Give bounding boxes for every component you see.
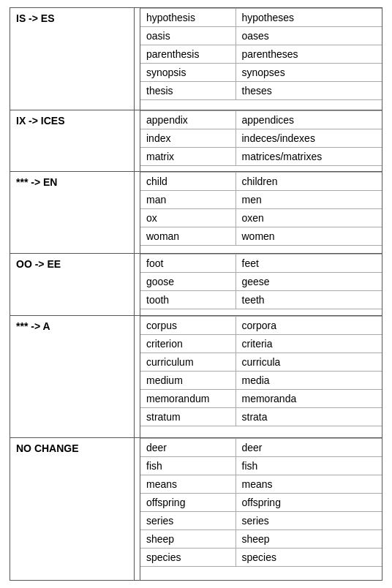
plural-oo-to-ee-0: feet [235, 255, 382, 273]
plural-oo-to-ee-2: teeth [235, 291, 382, 309]
singular-star-to-a-3: medium [140, 372, 235, 390]
plural-star-to-en-0: children [235, 173, 382, 191]
plural-star-to-a-5: strata [235, 408, 382, 426]
plural-ix-to-ices-0: appendices [235, 110, 382, 129]
category-label-star-to-a: *** -> A [10, 316, 135, 438]
singular-star-to-a-5: stratum [140, 408, 235, 426]
singular-is-to-es-0: hypothesis [140, 9, 235, 27]
divider-no-change [135, 438, 140, 581]
singular-is-to-es-2: parenthesis [140, 45, 235, 64]
singular-is-to-es-1: oasis [140, 27, 235, 45]
divider-ix-to-ices [135, 110, 140, 172]
plural-no-change-6: species [235, 549, 382, 567]
singular-star-to-en-2: ox [140, 209, 235, 227]
singular-no-change-6: species [140, 549, 235, 567]
plural-no-change-0: deer [235, 439, 382, 457]
plural-is-to-es-2: parentheses [235, 45, 382, 64]
words-table-star-to-en: childchildrenmanmenoxoxenwomanwomen [140, 172, 382, 246]
main-table: IS -> EShypothesishypothesesoasisoasespa… [10, 7, 382, 581]
plural-ix-to-ices-2: matrices/matrixes [235, 147, 382, 165]
singular-no-change-4: series [140, 512, 235, 530]
plural-is-to-es-3: synopses [235, 64, 382, 82]
divider-star-to-a [135, 316, 140, 438]
singular-is-to-es-3: synopsis [140, 64, 235, 82]
singular-no-change-5: sheep [140, 530, 235, 549]
words-table-oo-to-ee: footfeetgoosegeesetoothteeth [140, 254, 382, 309]
plural-is-to-es-4: theses [235, 82, 382, 100]
words-table-no-change: deerdeerfishfishmeansmeansoffspringoffsp… [140, 438, 382, 567]
singular-star-to-en-1: man [140, 191, 235, 209]
plural-oo-to-ee-1: geese [235, 273, 382, 291]
plural-no-change-1: fish [235, 457, 382, 475]
words-table-is-to-es: hypothesishypothesesoasisoasesparenthesi… [140, 8, 382, 100]
singular-star-to-a-0: corpus [140, 317, 235, 335]
words-table-star-to-a: corpuscorporacriterioncriteriacurriculum… [140, 316, 382, 426]
plural-star-to-en-2: oxen [235, 209, 382, 227]
plural-is-to-es-0: hypotheses [235, 9, 382, 27]
singular-no-change-0: deer [140, 439, 235, 457]
singular-star-to-a-1: criterion [140, 335, 235, 353]
singular-star-to-en-3: woman [140, 227, 235, 246]
words-cell-is-to-es: hypothesishypothesesoasisoasesparenthesi… [140, 8, 382, 110]
plural-no-change-3: offspring [235, 494, 382, 512]
plural-star-to-a-4: memoranda [235, 390, 382, 408]
divider-is-to-es [135, 8, 140, 110]
words-cell-no-change: deerdeerfishfishmeansmeansoffspringoffsp… [140, 438, 382, 581]
plural-star-to-a-3: media [235, 372, 382, 390]
singular-no-change-3: offspring [140, 494, 235, 512]
singular-oo-to-ee-0: foot [140, 255, 235, 273]
plural-star-to-en-3: women [235, 227, 382, 246]
plural-star-to-a-1: criteria [235, 335, 382, 353]
plural-ix-to-ices-1: indeces/indexes [235, 129, 382, 147]
category-label-ix-to-ices: IX -> ICES [10, 110, 135, 172]
singular-is-to-es-4: thesis [140, 82, 235, 100]
singular-star-to-a-4: memorandum [140, 390, 235, 408]
plural-no-change-2: means [235, 475, 382, 494]
singular-oo-to-ee-2: tooth [140, 291, 235, 309]
singular-oo-to-ee-1: goose [140, 273, 235, 291]
divider-star-to-en [135, 172, 140, 254]
category-label-is-to-es: IS -> ES [10, 8, 135, 110]
singular-star-to-en-0: child [140, 173, 235, 191]
singular-ix-to-ices-0: appendix [140, 110, 235, 129]
singular-no-change-2: means [140, 475, 235, 494]
category-label-oo-to-ee: OO -> EE [10, 254, 135, 316]
plural-is-to-es-1: oases [235, 27, 382, 45]
plural-no-change-4: series [235, 512, 382, 530]
plural-star-to-a-2: curricula [235, 353, 382, 372]
plural-no-change-5: sheep [235, 530, 382, 549]
category-label-no-change: NO CHANGE [10, 438, 135, 581]
words-cell-star-to-a: corpuscorporacriterioncriteriacurriculum… [140, 316, 382, 438]
plural-star-to-en-1: men [235, 191, 382, 209]
singular-no-change-1: fish [140, 457, 235, 475]
singular-star-to-a-2: curriculum [140, 353, 235, 372]
words-table-ix-to-ices: appendixappendicesindexindeces/indexesma… [140, 110, 382, 166]
words-cell-star-to-en: childchildrenmanmenoxoxenwomanwomen [140, 172, 382, 254]
category-label-star-to-en: *** -> EN [10, 172, 135, 254]
divider-oo-to-ee [135, 254, 140, 316]
words-cell-oo-to-ee: footfeetgoosegeesetoothteeth [140, 254, 382, 316]
plural-star-to-a-0: corpora [235, 317, 382, 335]
singular-ix-to-ices-1: index [140, 129, 235, 147]
singular-ix-to-ices-2: matrix [140, 147, 235, 165]
words-cell-ix-to-ices: appendixappendicesindexindeces/indexesma… [140, 110, 382, 172]
